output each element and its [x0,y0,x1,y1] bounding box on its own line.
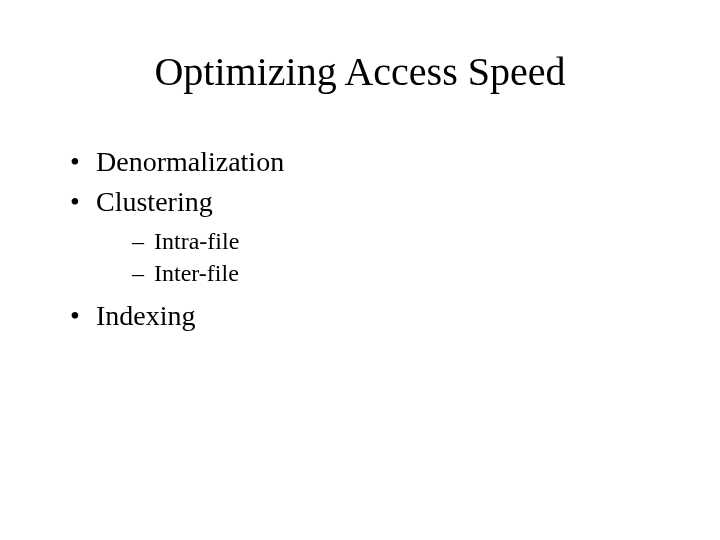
bullet-indexing: Indexing [68,297,660,335]
sub-bullet-inter-file: Inter-file [132,257,660,289]
slide-title: Optimizing Access Speed [60,48,660,95]
slide-container: Optimizing Access Speed Denormalization … [0,0,720,540]
sub-bullet-text: Inter-file [154,260,239,286]
bullet-text: Clustering [96,186,213,217]
sub-bullet-text: Intra-file [154,228,239,254]
bullet-denormalization: Denormalization [68,143,660,181]
sub-bullet-list: Intra-file Inter-file [96,225,660,290]
bullet-text: Indexing [96,300,196,331]
bullet-text: Denormalization [96,146,284,177]
main-bullet-list: Denormalization Clustering Intra-file In… [60,143,660,335]
sub-bullet-intra-file: Intra-file [132,225,660,257]
bullet-clustering: Clustering Intra-file Inter-file [68,183,660,290]
